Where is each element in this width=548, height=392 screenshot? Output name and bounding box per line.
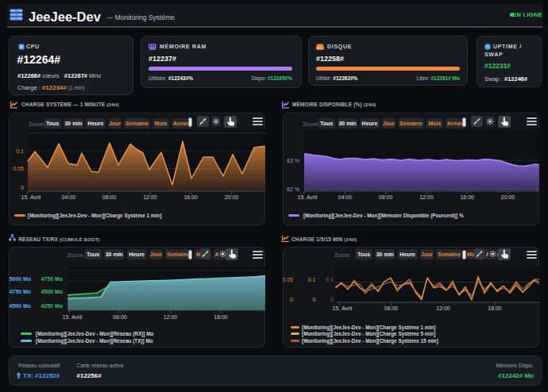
svg-text:0: 0 bbox=[313, 297, 316, 302]
svg-text:83 %: 83 % bbox=[287, 158, 299, 163]
svg-text:04:00: 04:00 bbox=[62, 194, 76, 200]
svg-text:4750 Mo: 4750 Mo bbox=[9, 289, 31, 294]
svg-text:20:00: 20:00 bbox=[501, 194, 515, 200]
svg-text:0.1: 0.1 bbox=[16, 148, 24, 154]
svg-text:0: 0 bbox=[21, 185, 24, 190]
svg-text:12:00: 12:00 bbox=[164, 314, 178, 320]
svg-text:15. Avril: 15. Avril bbox=[333, 306, 353, 311]
svg-text:12:00: 12:00 bbox=[143, 194, 157, 200]
svg-text:16:00: 16:00 bbox=[183, 194, 198, 200]
svg-text:0.1: 0.1 bbox=[326, 277, 334, 282]
svg-text:16:00: 16:00 bbox=[460, 194, 474, 200]
svg-text:18:00: 18:00 bbox=[214, 314, 228, 320]
svg-text:82 %: 82 % bbox=[287, 186, 299, 192]
svg-text:0: 0 bbox=[330, 297, 334, 302]
svg-text:0.05: 0.05 bbox=[13, 166, 24, 171]
svg-text:04:00: 04:00 bbox=[338, 194, 353, 200]
svg-text:20:00: 20:00 bbox=[225, 194, 239, 200]
svg-text:08:00: 08:00 bbox=[102, 194, 117, 200]
svg-text:15. Avril: 15. Avril bbox=[21, 194, 41, 200]
svg-text:4750 Mo: 4750 Mo bbox=[41, 276, 63, 282]
svg-text:4500 Mo: 4500 Mo bbox=[41, 289, 63, 294]
svg-text:12:00: 12:00 bbox=[436, 306, 450, 311]
svg-text:15. Avril: 15. Avril bbox=[63, 314, 83, 320]
svg-text:0.05: 0.05 bbox=[283, 277, 293, 282]
svg-text:0.1: 0.1 bbox=[308, 277, 316, 282]
svg-text:4250 Mo: 4250 Mo bbox=[41, 303, 63, 309]
svg-text:12:00: 12:00 bbox=[419, 194, 434, 200]
svg-text:5000 Mo: 5000 Mo bbox=[9, 276, 31, 282]
svg-text:15. Avril: 15. Avril bbox=[298, 194, 318, 200]
svg-text:08:00: 08:00 bbox=[379, 194, 393, 200]
svg-text:06:00: 06:00 bbox=[113, 314, 127, 320]
svg-text:0: 0 bbox=[290, 297, 293, 302]
svg-text:06:00: 06:00 bbox=[384, 306, 399, 311]
svg-text:18:00: 18:00 bbox=[488, 306, 502, 311]
svg-text:4500 Mo: 4500 Mo bbox=[9, 303, 31, 309]
